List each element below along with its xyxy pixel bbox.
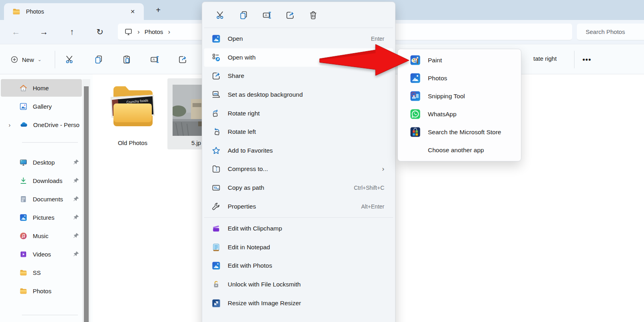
cut-button[interactable] [209, 7, 232, 24]
onedrive-cloud-icon [19, 120, 28, 129]
chevron-down-icon: ⌄ [38, 57, 42, 62]
share-icon [211, 71, 221, 81]
breadcrumb-chevron[interactable]: › [137, 28, 140, 36]
folder-thumbnail: Crunchy foods make a loud noise wh [108, 82, 157, 131]
new-button[interactable]: New ⌄ [6, 52, 46, 67]
sidebar-scrollbar[interactable] [82, 79, 90, 322]
menu-item-rotate-right[interactable]: Rotate right [204, 104, 393, 123]
menu-item-set-as-desktop-background[interactable]: Set as desktop background [204, 85, 393, 104]
submenu-item-label: Search the Microsoft Store [428, 129, 501, 136]
see-more-button[interactable]: ••• [578, 50, 596, 69]
forward-button[interactable]: → [37, 25, 51, 39]
menu-item-properties[interactable]: Properties Alt+Enter [204, 197, 393, 216]
submenu-item-choose-another-app[interactable]: Choose another app [400, 141, 519, 159]
menu-item-edit-with-clipchamp[interactable]: Edit with Clipchamp [204, 219, 393, 238]
gallery-icon [19, 102, 28, 111]
paste-button[interactable] [117, 50, 136, 69]
whatsapp-app-icon [409, 108, 421, 120]
resizer-app-icon [211, 298, 221, 308]
folder-icon [19, 268, 28, 277]
scissors-icon [216, 10, 225, 20]
new-tab-button[interactable]: + [152, 4, 165, 16]
rotate-left-icon [211, 127, 221, 137]
menu-item-rotate-left[interactable]: Rotate left [204, 123, 393, 141]
folder-icon [12, 7, 21, 16]
sidebar-separator [22, 142, 78, 143]
menu-item-copy-as-path[interactable]: Copy as path Ctrl+Shift+C [204, 179, 393, 197]
copy-button[interactable] [232, 7, 255, 24]
pin-icon [73, 177, 80, 184]
sidebar-item-documents[interactable]: Documents [1, 190, 82, 208]
rename-button[interactable]: A [255, 7, 278, 24]
breadcrumb-item-photos[interactable]: Photos [145, 28, 163, 35]
menu-item-edit-with-photos[interactable]: Edit with Photos [204, 256, 393, 275]
red-annotation-arrow [312, 38, 415, 82]
wallpaper-icon [211, 90, 221, 99]
breadcrumb-chevron[interactable]: › [168, 28, 170, 36]
sidebar-item-label: OneDrive - Perso [33, 121, 82, 128]
menu-item-label: Compress to... [228, 165, 375, 173]
sidebar-item-home[interactable]: Home [1, 79, 82, 97]
delete-button[interactable] [302, 7, 325, 24]
sidebar-item-desktop[interactable]: Desktop [1, 153, 82, 171]
notepad-app-icon [211, 242, 221, 252]
tab-photos[interactable]: Photos ✕ [4, 3, 144, 20]
submenu-item-photos[interactable]: Photos [400, 69, 519, 87]
pin-icon [73, 250, 80, 258]
sidebar-item-onedrive[interactable]: OneDrive - Perso [1, 116, 82, 133]
rotate-right-toolbar-label[interactable]: tate right [533, 55, 557, 62]
copy-icon [239, 10, 248, 20]
pin-icon [73, 159, 80, 166]
submenu-item-whatsapp[interactable]: WhatsApp [400, 105, 519, 123]
menu-item-label: Add to Favorites [228, 147, 384, 154]
share-button[interactable] [173, 50, 192, 69]
menu-item-label: Edit in Notepad [228, 244, 384, 251]
downloads-icon [19, 177, 28, 185]
sidebar-item-photos[interactable]: Photos [1, 282, 82, 300]
menu-item-resize-with-image-resizer[interactable]: Resize with Image Resizer [204, 294, 393, 312]
sidebar-item-videos[interactable]: Videos [1, 245, 82, 263]
pin-icon [73, 232, 80, 239]
menu-item-compress-to[interactable]: Compress to... › [204, 160, 393, 179]
sidebar-item-downloads[interactable]: Downloads [1, 172, 82, 189]
submenu-item-paint[interactable]: Paint [400, 51, 519, 69]
submenu-item-snipping-tool[interactable]: Snipping Tool [400, 87, 519, 105]
menu-item-edit-in-notepad[interactable]: Edit in Notepad [204, 238, 393, 257]
sidebar-separator [22, 315, 78, 315]
videos-icon [19, 250, 28, 258]
folder-front-icon [108, 82, 157, 131]
menu-item-unlock-with-file-locksmith[interactable]: Unlock with File Locksmith [204, 275, 393, 294]
photos-app-icon [211, 34, 221, 44]
rename-icon: A [150, 55, 159, 64]
back-button[interactable]: ← [9, 25, 23, 39]
submenu-item-label: Snipping Tool [428, 93, 465, 100]
pictures-icon [19, 213, 28, 222]
scrollbar-thumb[interactable] [84, 86, 89, 322]
search-input[interactable] [585, 28, 641, 36]
submenu-item-search-microsoft-store[interactable]: Search the Microsoft Store [400, 123, 519, 141]
search-box[interactable] [577, 24, 644, 40]
sidebar-item-label: Photos [33, 288, 82, 294]
submenu-item-label: WhatsApp [428, 111, 457, 118]
refresh-button[interactable]: ↻ [93, 25, 107, 39]
tab-close-icon[interactable]: ✕ [127, 6, 138, 17]
file-tile-old-photos[interactable]: Crunchy foods make a loud noise wh Old P… [102, 78, 163, 149]
menu-separator [204, 28, 393, 28]
menu-item-add-to-favorites[interactable]: Add to Favorites [204, 141, 393, 160]
menu-item-label: Edit with Photos [228, 262, 384, 269]
scissors-icon [65, 55, 75, 64]
share-button[interactable] [278, 7, 302, 24]
home-icon [19, 84, 28, 92]
rename-button[interactable]: A [145, 50, 164, 69]
sidebar-item-pictures[interactable]: Pictures [1, 209, 82, 226]
microsoft-store-app-icon [409, 126, 421, 138]
menu-item-label: Set as desktop background [228, 91, 384, 98]
sidebar-item-ss[interactable]: SS [1, 264, 82, 281]
sidebar-item-music[interactable]: Music [1, 227, 82, 244]
up-button[interactable]: ↑ [65, 25, 79, 39]
sidebar-item-gallery[interactable]: Gallery [1, 97, 82, 115]
copy-button[interactable] [89, 50, 108, 69]
copy-icon [94, 55, 103, 64]
rename-icon: A [262, 10, 272, 20]
cut-button[interactable] [61, 50, 79, 69]
